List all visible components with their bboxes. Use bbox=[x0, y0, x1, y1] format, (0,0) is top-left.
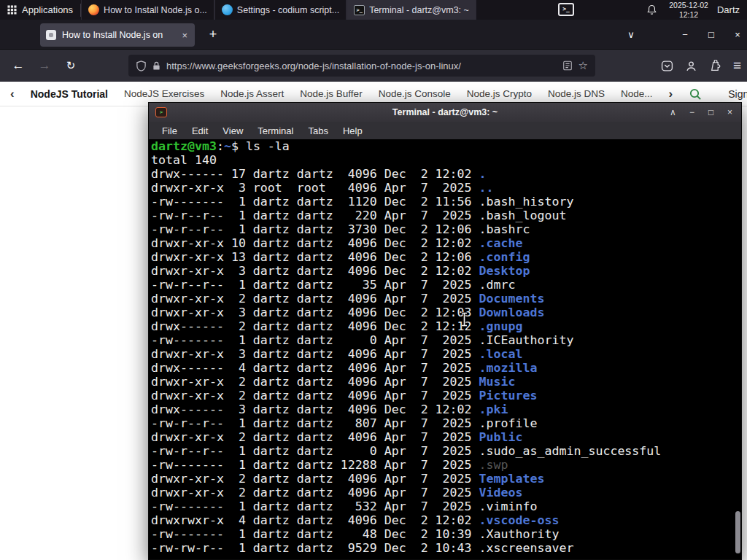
taskbar-button-terminal[interactable]: >_Terminal - dartz@vm3: ~ bbox=[347, 0, 476, 20]
panel-clock[interactable]: 2025-12-02 12:12 bbox=[669, 1, 708, 19]
notification-bell-icon[interactable] bbox=[646, 4, 657, 15]
taskbar-button-label: Terminal - dartz@vm3: ~ bbox=[369, 5, 469, 15]
site-nav-item[interactable]: Node.js DNS bbox=[548, 88, 605, 99]
codium-icon bbox=[222, 4, 233, 15]
bookmark-star-icon[interactable]: ☆ bbox=[578, 59, 588, 72]
tab-favicon bbox=[46, 30, 56, 40]
browser-tab-bar: How to Install Node.js on × + ∨ − □ × bbox=[0, 20, 747, 50]
clock-date: 2025-12-02 bbox=[669, 1, 708, 10]
window-minimize-button[interactable]: − bbox=[680, 29, 690, 40]
extensions-icon[interactable] bbox=[709, 60, 721, 72]
terminal-line: dartz@vm3:~$ ls -la bbox=[151, 139, 741, 153]
terminal-window-controls: ∧ − □ × bbox=[668, 107, 735, 117]
site-nav-item[interactable]: Node.js Crypto bbox=[467, 88, 532, 99]
terminal-shade-button[interactable]: ∧ bbox=[668, 107, 678, 117]
browser-window-controls: − □ × bbox=[680, 20, 743, 50]
taskbar-button-codium[interactable]: Settings - codium script... bbox=[214, 0, 347, 20]
terminal-line: drwxr-xr-x 13 dartz dartz 4096 Dec 2 12:… bbox=[151, 250, 741, 264]
pocket-icon[interactable] bbox=[661, 60, 673, 72]
taskbar-button-firefox[interactable]: How to Install Node.js o... bbox=[81, 0, 214, 20]
terminal-title-bar[interactable]: > Terminal - dartz@vm3: ~ ∧ − □ × bbox=[149, 103, 741, 122]
back-button[interactable]: ← bbox=[7, 55, 29, 77]
tracking-shield-icon[interactable] bbox=[136, 61, 147, 71]
mouse-text-cursor bbox=[460, 312, 469, 330]
list-all-tabs-icon[interactable]: ∨ bbox=[622, 26, 640, 44]
new-tab-button[interactable]: + bbox=[204, 26, 222, 44]
terminal-maximize-button[interactable]: □ bbox=[706, 107, 716, 117]
terminal-output[interactable]: dartz@vm3:~$ ls -latotal 140drwx------ 1… bbox=[149, 139, 741, 559]
terminal-line: drwxr-xr-x 2 dartz dartz 4096 Apr 7 2025… bbox=[151, 292, 741, 306]
terminal-menu-file[interactable]: File bbox=[155, 125, 185, 136]
reader-mode-icon[interactable] bbox=[562, 61, 573, 71]
padlock-icon[interactable] bbox=[152, 61, 160, 71]
terminal-icon: >_ bbox=[354, 5, 365, 15]
terminal-line: drwxr-xr-x 2 dartz dartz 4096 Apr 7 2025… bbox=[151, 430, 741, 444]
terminal-line: -rw------- 1 dartz dartz 0 Apr 7 2025 .I… bbox=[151, 333, 741, 347]
terminal-window[interactable]: > Terminal - dartz@vm3: ~ ∧ − □ × FileEd… bbox=[148, 102, 742, 560]
site-nav-item[interactable]: Node.js Assert bbox=[220, 88, 284, 99]
panel-tasks: How to Install Node.js o...Settings - co… bbox=[81, 0, 476, 20]
browser-tab[interactable]: How to Install Node.js on × bbox=[40, 23, 195, 47]
url-text[interactable]: https://www.geeksforgeeks.org/node-js/in… bbox=[166, 61, 557, 71]
applications-menu-button[interactable]: Applications bbox=[0, 0, 80, 20]
terminal-line: -rw------- 1 dartz dartz 1120 Dec 2 11:5… bbox=[151, 195, 741, 209]
nav-scroll-forward-icon[interactable]: › bbox=[669, 87, 673, 101]
terminal-menu-help[interactable]: Help bbox=[336, 125, 370, 136]
terminal-menu-tabs[interactable]: Tabs bbox=[301, 125, 335, 136]
terminal-line: drwxr-xr-x 2 dartz dartz 4096 Apr 7 2025… bbox=[151, 375, 741, 389]
terminal-line: drwxr-xr-x 2 dartz dartz 4096 Apr 7 2025… bbox=[151, 472, 741, 486]
terminal-scrollbar-thumb[interactable] bbox=[735, 511, 740, 553]
terminal-line: drwxr-xr-x 10 dartz dartz 4096 Dec 2 12:… bbox=[151, 236, 741, 250]
terminal-scrollbar[interactable] bbox=[734, 139, 740, 558]
terminal-line: drwxrwxr-x 4 dartz dartz 4096 Dec 2 12:0… bbox=[151, 513, 741, 527]
terminal-line: drwxr-xr-x 3 root root 4096 Apr 7 2025 .… bbox=[151, 181, 741, 195]
site-nav-item[interactable]: Node... bbox=[621, 88, 653, 99]
terminal-line: -rw-r--r-- 1 dartz dartz 35 Apr 7 2025 .… bbox=[151, 278, 741, 292]
terminal-line: -rw-rw-r-- 1 dartz dartz 9529 Dec 2 10:4… bbox=[151, 541, 741, 555]
window-close-button[interactable]: × bbox=[732, 29, 743, 40]
terminal-line: drwx------ 17 dartz dartz 4096 Dec 2 12:… bbox=[151, 167, 741, 181]
terminal-menu-view[interactable]: View bbox=[215, 125, 250, 136]
applications-grid-icon bbox=[7, 5, 17, 15]
terminal-minimize-button[interactable]: − bbox=[687, 107, 697, 117]
url-bar[interactable]: https://www.geeksforgeeks.org/node-js/in… bbox=[128, 55, 595, 77]
terminal-line: drwx------ 2 dartz dartz 4096 Dec 2 12:1… bbox=[151, 319, 741, 333]
terminal-line: -rw------- 1 dartz dartz 12288 Apr 7 202… bbox=[151, 458, 741, 472]
clock-time: 12:12 bbox=[679, 10, 698, 20]
terminal-line: total 140 bbox=[151, 153, 741, 167]
terminal-line: -rw-r--r-- 1 dartz dartz 807 Apr 7 2025 … bbox=[151, 416, 741, 430]
terminal-app-icon: > bbox=[155, 107, 167, 117]
tab-title: How to Install Node.js on bbox=[62, 30, 174, 40]
nav-scroll-back-icon[interactable]: ‹ bbox=[10, 87, 15, 101]
account-icon[interactable] bbox=[685, 60, 697, 72]
forward-button[interactable]: → bbox=[34, 55, 55, 77]
terminal-title: Terminal - dartz@vm3: ~ bbox=[392, 107, 498, 117]
search-icon[interactable] bbox=[689, 88, 702, 101]
terminal-line: -rw-r--r-- 1 dartz dartz 3730 Dec 2 12:0… bbox=[151, 222, 741, 236]
site-nav-item[interactable]: NodeJS Exercises bbox=[124, 88, 204, 99]
taskbar-button-label: Settings - codium script... bbox=[237, 5, 339, 15]
site-nav-item[interactable]: Node.js Console bbox=[379, 88, 451, 99]
terminal-line: drwx------ 3 dartz dartz 4096 Dec 2 12:0… bbox=[151, 402, 741, 416]
terminal-line: drwxr-xr-x 2 dartz dartz 4096 Apr 7 2025… bbox=[151, 389, 741, 402]
menu-icon[interactable]: ≡ bbox=[733, 58, 741, 74]
taskbar-button-label: How to Install Node.js o... bbox=[104, 5, 207, 15]
window-maximize-button[interactable]: □ bbox=[706, 29, 716, 40]
top-panel: Applications How to Install Node.js o...… bbox=[0, 0, 747, 20]
site-nav-items: NodeJS ExercisesNode.js AssertNode.js Bu… bbox=[124, 88, 653, 99]
terminal-line: -rw------- 1 dartz dartz 532 Apr 7 2025 … bbox=[151, 499, 741, 513]
terminal-tray-icon[interactable]: >_ bbox=[558, 3, 574, 16]
firefox-icon bbox=[88, 4, 99, 15]
terminal-menu-edit[interactable]: Edit bbox=[185, 125, 215, 136]
site-nav-primary[interactable]: NodeJS Tutorial bbox=[31, 88, 108, 100]
tab-close-icon[interactable]: × bbox=[180, 30, 189, 41]
site-nav-item[interactable]: Node.js Buffer bbox=[300, 88, 362, 99]
sign-in-button[interactable]: Sign In bbox=[728, 88, 747, 100]
terminal-line: drwxr-xr-x 3 dartz dartz 4096 Dec 2 12:0… bbox=[151, 306, 741, 319]
terminal-line: drwxr-xr-x 2 dartz dartz 4096 Apr 7 2025… bbox=[151, 486, 741, 499]
session-user-label[interactable]: Dartz bbox=[717, 4, 740, 15]
toolbar-right-icons: ≡ bbox=[661, 50, 741, 82]
reload-button[interactable]: ↻ bbox=[60, 55, 82, 77]
terminal-menu-terminal[interactable]: Terminal bbox=[250, 125, 301, 136]
terminal-close-button[interactable]: × bbox=[725, 107, 735, 117]
